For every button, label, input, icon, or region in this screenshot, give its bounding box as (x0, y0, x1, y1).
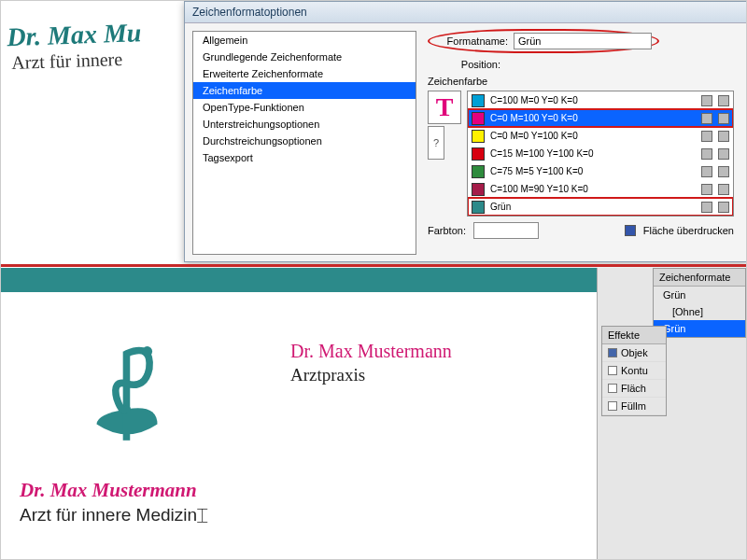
card-name-2: Dr. Max Mustermann (20, 479, 197, 502)
swatch-row[interactable]: C=100 M=90 Y=10 K=0 (468, 180, 733, 198)
swatch-row[interactable]: C=15 M=100 Y=100 K=0 (468, 145, 733, 162)
effect-row[interactable]: Kontu (602, 362, 666, 380)
swatch-mode-icon (718, 184, 729, 195)
business-card-preview: Dr. Max Mustermann Arztpraxis Dr. Max Mu… (1, 292, 599, 560)
category-item[interactable]: Tagsexport (193, 149, 416, 166)
card-sub-1: Arztpraxis (290, 365, 365, 385)
position-label: Position: (428, 59, 500, 70)
svg-point-1 (142, 346, 152, 357)
swatch-type-icon (701, 184, 712, 195)
swatch-mode-icon (718, 202, 729, 213)
swatch-type-icon (701, 131, 712, 142)
swatch-mode-icon (718, 166, 729, 177)
swatch-type-icon (701, 166, 712, 177)
right-panel-area: Zeichenformate Grün [Ohne]Grün Effekte O… (597, 268, 746, 560)
swatch-type-icon (701, 148, 712, 160)
svg-rect-0 (123, 352, 131, 441)
category-item[interactable]: Allgemein (193, 32, 416, 49)
char-format-item[interactable]: Grün (654, 320, 745, 337)
formatname-label: Formatname: (435, 35, 508, 47)
swatch-list[interactable]: C=100 M=0 Y=0 K=0C=0 M=100 Y=0 K=0C=0 M=… (467, 91, 734, 217)
effects-panel[interactable]: Effekte ObjekKontuFlächFüllm (601, 326, 667, 416)
effect-checkbox[interactable] (608, 384, 617, 393)
effect-row[interactable]: Objek (602, 344, 666, 362)
category-item[interactable]: Grundlegende Zeichenformate (193, 49, 416, 65)
category-item[interactable]: OpenType-Funktionen (193, 99, 416, 116)
tint-label: Farbton: (428, 225, 466, 236)
help-icon[interactable]: ? (428, 126, 444, 160)
effect-checkbox[interactable] (608, 401, 617, 411)
formatname-highlight: Formatname: (428, 29, 659, 53)
category-item[interactable]: Zeichenfarbe (193, 82, 416, 99)
dialog-title: Zeichenformatoptionen (185, 2, 747, 23)
swatch-type-icon (701, 113, 712, 124)
effect-row[interactable]: Füllm (602, 398, 666, 415)
char-formats-panel[interactable]: Zeichenformate Grün [Ohne]Grün (653, 268, 746, 338)
effects-title: Effekte (602, 327, 666, 344)
tint-select[interactable] (473, 222, 539, 239)
swatch-row[interactable]: C=0 M=100 Y=0 K=0 (468, 109, 733, 127)
text-cursor-icon: ⌶ (197, 505, 204, 518)
effect-row[interactable]: Fläch (602, 380, 666, 398)
asclepius-logo (76, 333, 178, 455)
overprint-label: Fläche überdrucken (643, 225, 734, 236)
char-style-options-dialog: Zeichenformatoptionen AllgemeinGrundlege… (184, 1, 747, 262)
formatname-input[interactable] (514, 33, 652, 49)
annotation-divider (1, 264, 746, 267)
card-sub-2: Arzt für innere Medizin⌶ (20, 505, 204, 525)
swatch-row[interactable]: C=100 M=0 Y=0 K=0 (468, 91, 733, 109)
effect-checkbox[interactable] (608, 348, 617, 357)
card-teal-bar (1, 268, 599, 292)
overprint-checkbox[interactable] (625, 225, 636, 236)
swatch-row[interactable]: C=75 M=5 Y=100 K=0 (468, 162, 733, 180)
section-title: Zeichenfarbe (428, 76, 734, 87)
category-item[interactable]: Erweiterte Zeichenformate (193, 65, 416, 82)
card-name-1: Dr. Max Mustermann (290, 341, 452, 362)
swatch-type-icon (701, 95, 712, 106)
swatch-row[interactable]: C=0 M=0 Y=100 K=0 (468, 127, 733, 145)
swatch-type-icon (701, 202, 712, 213)
swatch-mode-icon (718, 95, 729, 106)
swatch-mode-icon (718, 148, 729, 160)
fill-proxy[interactable]: T (428, 91, 461, 124)
swatch-mode-icon (718, 113, 729, 124)
category-item[interactable]: Unterstreichungsoptionen (193, 116, 416, 133)
category-item[interactable]: Durchstreichungsoptionen (193, 133, 416, 149)
category-list[interactable]: AllgemeinGrundlegende ZeichenformateErwe… (192, 31, 416, 255)
swatch-mode-icon (718, 131, 729, 142)
char-formats-title: Zeichenformate (654, 269, 745, 287)
swatch-row[interactable]: Grün (468, 198, 733, 216)
effect-checkbox[interactable] (608, 366, 617, 375)
char-formats-current: Grün (654, 287, 745, 303)
char-format-item[interactable]: [Ohne] (654, 303, 745, 320)
background-card-preview: Dr. Max Mu Arzt für innere (0, 0, 192, 265)
